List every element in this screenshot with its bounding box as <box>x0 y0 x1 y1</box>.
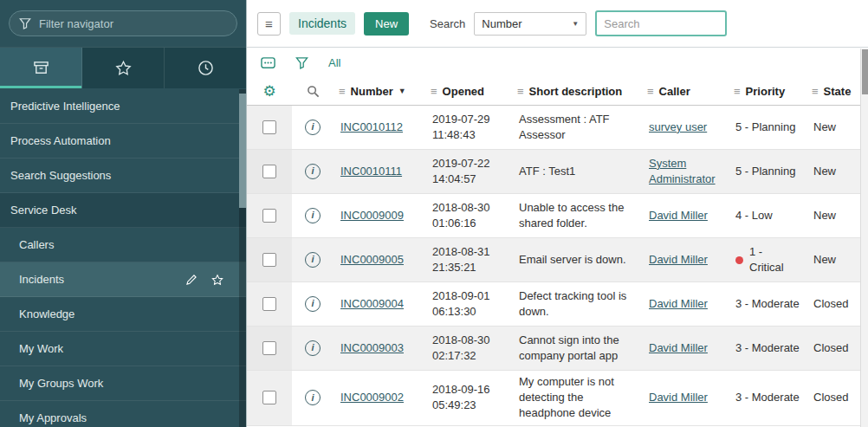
sidebar-item-callers[interactable]: Callers <box>0 228 246 262</box>
search-icon[interactable] <box>307 85 320 98</box>
opened-cell: 2019-07-22 14:04:57 <box>425 150 512 193</box>
info-icon[interactable]: i <box>305 390 321 405</box>
incident-number-link[interactable]: INC0009004 <box>340 296 404 312</box>
opened-cell: 2018-09-01 06:13:30 <box>425 282 512 326</box>
incident-number-link[interactable]: INC0009009 <box>340 208 404 223</box>
tab-favorites[interactable] <box>82 48 165 88</box>
filter-funnel-icon <box>19 17 31 29</box>
caller-link[interactable]: System Administrator <box>649 156 722 187</box>
caller-link[interactable]: David Miller <box>649 340 708 356</box>
search-field-select[interactable]: Number ▼ <box>474 12 586 36</box>
column-header-opened[interactable]: ≡Opened <box>425 77 512 105</box>
sidebar-item-predictive-intelligence[interactable]: Predictive Intelligence <box>0 89 246 124</box>
state-cell: New <box>806 106 868 149</box>
sidebar-item-label: Incidents <box>10 273 64 286</box>
number-cell: INC0009005 <box>334 238 425 281</box>
sidebar-item-my-groups-work[interactable]: My Groups Work <box>0 366 246 401</box>
incident-number-link[interactable]: INC0009005 <box>340 252 404 268</box>
row-checkbox[interactable] <box>262 209 276 223</box>
tab-all-applications[interactable] <box>0 48 82 88</box>
row-checkbox[interactable] <box>262 297 276 311</box>
sidebar-item-process-automation[interactable]: Process Automation <box>0 124 246 159</box>
opened-cell: 2018-08-31 21:35:21 <box>425 238 512 281</box>
caller-link[interactable]: David Miller <box>649 296 708 312</box>
column-search-cell <box>292 77 334 105</box>
caller-link[interactable]: David Miller <box>649 208 708 223</box>
sidebar-scrollbar[interactable] <box>239 89 246 427</box>
checkbox-cell <box>247 282 292 326</box>
info-icon[interactable]: i <box>305 340 321 356</box>
column-header-priority[interactable]: ≡Priority <box>729 77 806 105</box>
card-view-icon[interactable] <box>261 56 275 69</box>
checkbox-cell <box>247 106 292 149</box>
gear-icon[interactable]: ⚙ <box>262 84 275 99</box>
sidebar-item-label: My Groups Work <box>10 377 103 390</box>
tab-history[interactable] <box>165 48 246 88</box>
star-icon <box>115 60 132 76</box>
column-header-number[interactable]: ≡Number▼ <box>334 77 425 105</box>
row-checkbox[interactable] <box>262 120 276 134</box>
caller-link[interactable]: David Miller <box>649 252 708 268</box>
search-input[interactable] <box>595 10 727 36</box>
number-cell: INC0009003 <box>334 327 425 370</box>
column-label: Caller <box>659 85 690 98</box>
checkbox-cell <box>247 150 292 193</box>
incident-number-link[interactable]: INC0009003 <box>340 340 404 356</box>
preview-cell: i <box>292 282 334 326</box>
search-field-value: Number <box>482 17 521 30</box>
sidebar-item-my-work[interactable]: My Work <box>0 332 246 366</box>
state-cell: Closed <box>806 327 868 370</box>
breadcrumb-all[interactable]: All <box>328 56 340 69</box>
application-navigator: Predictive IntelligenceProcess Automatio… <box>0 0 246 427</box>
priority-value: 5 - Planning <box>735 164 795 179</box>
row-checkbox[interactable] <box>262 253 276 267</box>
list-controls-button[interactable]: ≡ <box>257 12 281 36</box>
row-checkbox[interactable] <box>262 341 276 355</box>
new-button[interactable]: New <box>364 12 409 36</box>
column-header-short-description[interactable]: ≡Short description <box>512 77 642 105</box>
caller-cell: David Miller <box>642 282 729 326</box>
column-menu-icon: ≡ <box>812 85 819 98</box>
list-header: ≡ Incidents New Search Number ▼ <box>247 0 868 48</box>
column-header-caller[interactable]: ≡Caller <box>642 77 729 105</box>
info-icon[interactable]: i <box>305 208 321 223</box>
number-cell: INC0009002 <box>334 371 425 425</box>
incident-number-link[interactable]: INC0009002 <box>340 390 404 405</box>
caller-link[interactable]: survey user <box>649 120 707 135</box>
row-checkbox[interactable] <box>262 391 276 404</box>
incident-number-link[interactable]: INC0010112 <box>340 120 403 135</box>
filter-navigator-input[interactable] <box>9 10 237 36</box>
list-scrollbar-thumb[interactable] <box>862 49 868 94</box>
list-scrollbar[interactable] <box>860 49 868 427</box>
sidebar-item-service-desk[interactable]: Service Desk <box>0 193 246 228</box>
table-row: iINC00090022018-09-16 05:49:23My compute… <box>247 371 868 426</box>
sidebar-item-knowledge[interactable]: Knowledge <box>0 297 246 332</box>
number-cell: INC0009004 <box>334 282 425 326</box>
short-description-cell: ATF : Test1 <box>512 150 642 193</box>
row-checkbox[interactable] <box>262 165 276 178</box>
filter-funnel-icon[interactable] <box>295 56 309 69</box>
caller-link[interactable]: David Miller <box>649 390 708 405</box>
info-icon[interactable]: i <box>305 120 321 135</box>
sidebar-scrollbar-thumb[interactable] <box>239 94 246 208</box>
incident-number-link[interactable]: INC0010111 <box>340 164 402 179</box>
short-description-cell: My computer is not detecting the headpho… <box>512 371 642 425</box>
state-cell: Closed <box>806 371 868 425</box>
info-icon[interactable]: i <box>305 164 321 179</box>
column-label: Number <box>351 85 393 98</box>
servicenow-window: Predictive IntelligenceProcess Automatio… <box>0 0 868 427</box>
sidebar-item-my-approvals[interactable]: My Approvals <box>0 401 246 427</box>
sidebar-item-incidents[interactable]: Incidents <box>0 262 246 297</box>
column-header-state[interactable]: ≡State <box>806 77 868 105</box>
edit-pencil-icon[interactable] <box>185 274 198 286</box>
incident-list: ≡ Incidents New Search Number ▼ All ⚙ <box>246 0 868 427</box>
sidebar-item-label: Predictive Intelligence <box>10 100 120 113</box>
table-row: iINC00090042018-09-01 06:13:30Defect tra… <box>247 282 868 327</box>
preview-cell: i <box>292 150 334 193</box>
sidebar-item-search-suggestions[interactable]: Search Suggestions <box>0 159 246 193</box>
favorite-star-icon[interactable] <box>211 274 223 286</box>
preview-cell: i <box>292 327 334 370</box>
priority-cell: 5 - Planning <box>729 150 806 193</box>
info-icon[interactable]: i <box>305 296 321 312</box>
info-icon[interactable]: i <box>305 252 321 268</box>
